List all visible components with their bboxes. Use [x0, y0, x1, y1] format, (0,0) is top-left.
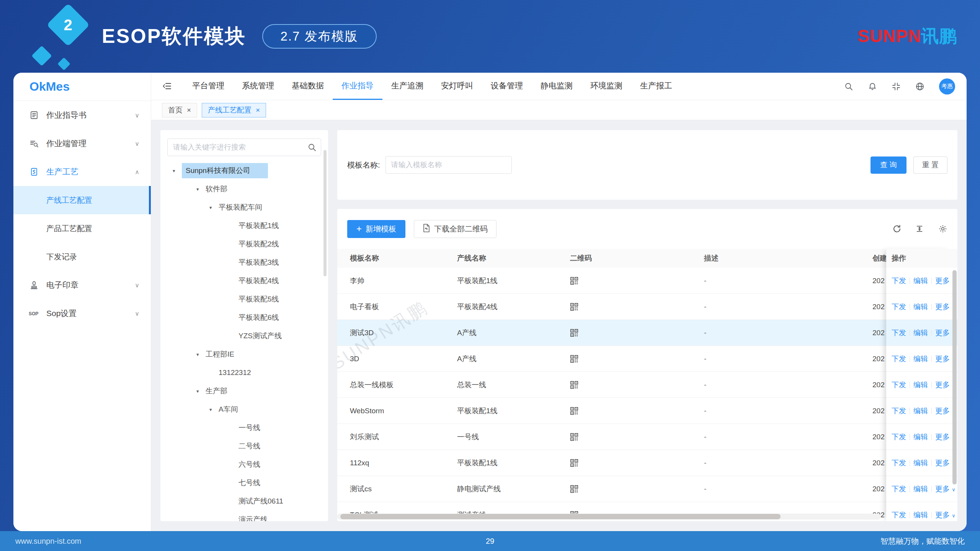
tree-node-Sunpn科技有限公司[interactable]: ▾Sunpn科技有限公司 — [167, 161, 321, 180]
nav-item-系统管理[interactable]: 系统管理 — [233, 73, 283, 100]
download-all-qr-button[interactable]: 下载全部二维码 — [414, 220, 497, 238]
qr-code-icon[interactable] — [570, 277, 578, 285]
edit-link[interactable]: 编辑 — [913, 354, 928, 364]
close-icon[interactable]: × — [187, 106, 191, 114]
refresh-icon[interactable] — [892, 224, 902, 233]
tree-node-七号线[interactable]: 七号线 — [167, 474, 321, 492]
horizontal-scrollbar[interactable] — [340, 514, 781, 519]
add-template-button[interactable]: + 新增模板 — [347, 220, 405, 238]
nav-item-作业指导[interactable]: 作业指导 — [333, 73, 382, 100]
sidebar-subitem-产线工艺配置[interactable]: 产线工艺配置 — [13, 186, 151, 214]
sidebar-item-电子印章[interactable]: 电子印章∨ — [13, 271, 151, 299]
sidebar-item-生产工艺[interactable]: 生产工艺∧ — [13, 158, 151, 186]
dispatch-link[interactable]: 下发 — [892, 276, 906, 286]
query-button[interactable]: 查 询 — [871, 156, 906, 174]
search-icon[interactable] — [307, 143, 317, 152]
table-row[interactable]: 总装一线模板总装一线-202 — [337, 372, 957, 398]
reset-button[interactable]: 重 置 — [913, 156, 947, 174]
nav-item-设备管理[interactable]: 设备管理 — [482, 73, 532, 100]
caret-down-icon[interactable]: ▾ — [196, 388, 206, 394]
qr-code-icon[interactable] — [570, 303, 578, 311]
table-row[interactable]: 测试3DA产线-202 — [337, 320, 957, 346]
table-row[interactable]: 测试cs静电测试产线-202 — [337, 476, 957, 502]
nav-item-环境监测[interactable]: 环境监测 — [581, 73, 631, 100]
table-row[interactable]: 3DA产线-202 — [337, 346, 957, 372]
tree-node-六号线[interactable]: 六号线 — [167, 455, 321, 474]
vertical-scrollbar[interactable] — [952, 270, 957, 484]
tree-scrollbar[interactable] — [323, 150, 327, 276]
dispatch-link[interactable]: 下发 — [892, 484, 906, 494]
nav-item-静电监测[interactable]: 静电监测 — [532, 73, 581, 100]
edit-link[interactable]: 编辑 — [913, 328, 928, 338]
sidebar-item-作业指导书[interactable]: 作业指导书∨ — [13, 101, 151, 129]
nav-item-平台管理[interactable]: 平台管理 — [183, 73, 233, 100]
caret-down-icon[interactable]: ▾ — [196, 186, 206, 192]
table-row[interactable]: 刘乐测试一号线-202 — [337, 424, 957, 450]
qr-code-icon[interactable] — [570, 355, 578, 363]
qr-code-icon[interactable] — [570, 407, 578, 415]
tree-node-平板装配1线[interactable]: 平板装配1线 — [167, 217, 321, 235]
tree-node-平板装配4线[interactable]: 平板装配4线 — [167, 272, 321, 290]
table-row[interactable]: 李帅平板装配1线-202 — [337, 268, 957, 294]
dispatch-link[interactable]: 下发 — [892, 510, 906, 520]
nav-item-生产追溯[interactable]: 生产追溯 — [382, 73, 432, 100]
tree-node-一号线[interactable]: 一号线 — [167, 419, 321, 437]
search-icon[interactable] — [844, 82, 853, 91]
tree-node-13122312[interactable]: 13122312 — [167, 364, 321, 382]
bell-icon[interactable] — [868, 82, 877, 91]
edit-link[interactable]: 编辑 — [913, 432, 928, 442]
dispatch-link[interactable]: 下发 — [892, 458, 906, 468]
tree-node-YZS测试产线[interactable]: YZS测试产线 — [167, 327, 321, 345]
tree-node-平板装配2线[interactable]: 平板装配2线 — [167, 235, 321, 253]
tree-node-工程部IE[interactable]: ▾工程部IE — [167, 345, 321, 364]
sidebar-subitem-下发记录[interactable]: 下发记录 — [13, 243, 151, 271]
settings-gear-icon[interactable] — [938, 224, 947, 233]
tree-node-平板装配车间[interactable]: ▾平板装配车间 — [167, 198, 321, 217]
tree-node-软件部[interactable]: ▾软件部 — [167, 180, 321, 198]
dispatch-link[interactable]: 下发 — [892, 302, 906, 312]
qr-code-icon[interactable] — [570, 459, 578, 467]
dispatch-link[interactable]: 下发 — [892, 432, 906, 442]
fullscreen-icon[interactable] — [892, 82, 901, 91]
tree-node-演示产线[interactable]: 演示产线 — [167, 510, 321, 521]
collapse-menu-icon[interactable] — [163, 82, 173, 91]
tree-search-input[interactable] — [167, 139, 321, 156]
tree-node-平板装配5线[interactable]: 平板装配5线 — [167, 290, 321, 308]
tab-首页[interactable]: 首页× — [162, 103, 197, 117]
nav-item-基础数据[interactable]: 基础数据 — [283, 73, 333, 100]
more-dropdown[interactable]: 更多 ∨ — [935, 510, 956, 520]
edit-link[interactable]: 编辑 — [913, 406, 928, 416]
tree-node-A车间[interactable]: ▾A车间 — [167, 400, 321, 419]
sidebar-subitem-产品工艺配置[interactable]: 产品工艺配置 — [13, 214, 151, 243]
dispatch-link[interactable]: 下发 — [892, 354, 906, 364]
qr-code-icon[interactable] — [570, 485, 578, 493]
close-icon[interactable]: × — [256, 106, 260, 114]
tree-node-平板装配6线[interactable]: 平板装配6线 — [167, 308, 321, 327]
tree-node-平板装配3线[interactable]: 平板装配3线 — [167, 253, 321, 272]
qr-code-icon[interactable] — [570, 381, 578, 389]
avatar[interactable]: 考惠 — [939, 78, 955, 95]
table-row[interactable]: 112xq平板装配1线-202 — [337, 450, 957, 476]
nav-item-生产报工[interactable]: 生产报工 — [631, 73, 681, 100]
sidebar-item-Sop设置[interactable]: SOPSop设置∨ — [13, 299, 151, 328]
edit-link[interactable]: 编辑 — [913, 302, 928, 312]
dispatch-link[interactable]: 下发 — [892, 328, 906, 338]
caret-down-icon[interactable]: ▾ — [196, 352, 206, 357]
caret-down-icon[interactable]: ▾ — [209, 205, 219, 210]
dispatch-link[interactable]: 下发 — [892, 406, 906, 416]
caret-down-icon[interactable]: ▾ — [209, 407, 219, 412]
dispatch-link[interactable]: 下发 — [892, 380, 906, 390]
nav-item-安灯呼叫[interactable]: 安灯呼叫 — [432, 73, 482, 100]
tree-node-生产部[interactable]: ▾生产部 — [167, 382, 321, 400]
more-dropdown[interactable]: 更多 ∨ — [935, 484, 956, 494]
tree-node-测试产线0611[interactable]: 测试产线0611 — [167, 492, 321, 510]
tree-node-二号线[interactable]: 二号线 — [167, 437, 321, 455]
sidebar-item-作业端管理[interactable]: 作业端管理∨ — [13, 129, 151, 158]
caret-down-icon[interactable]: ▾ — [173, 168, 182, 174]
edit-link[interactable]: 编辑 — [913, 484, 928, 494]
qr-code-icon[interactable] — [570, 433, 578, 441]
density-icon[interactable] — [915, 224, 924, 233]
edit-link[interactable]: 编辑 — [913, 458, 928, 468]
edit-link[interactable]: 编辑 — [913, 276, 928, 286]
globe-icon[interactable] — [915, 82, 924, 91]
